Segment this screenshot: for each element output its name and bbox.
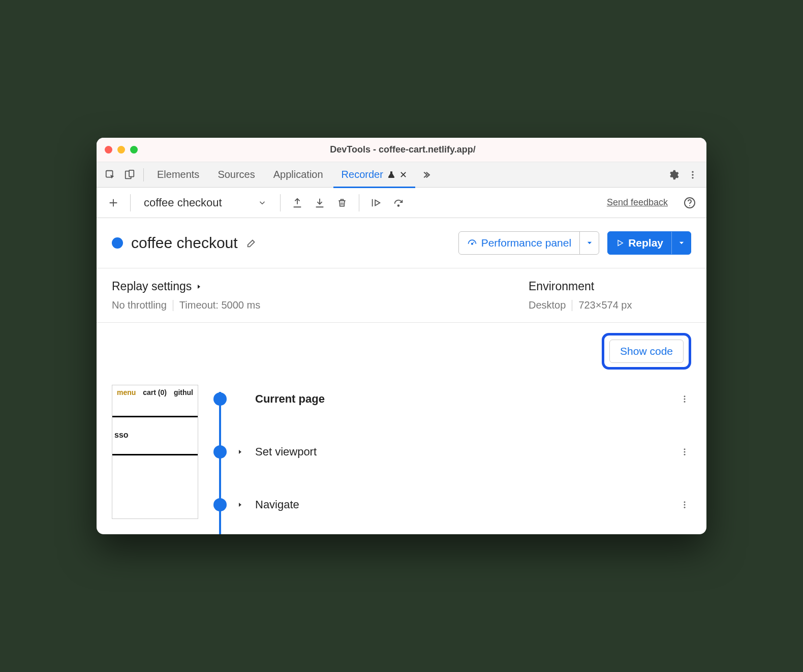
step-more-icon[interactable] xyxy=(680,499,691,510)
more-tabs-icon[interactable] xyxy=(417,166,435,184)
window-controls xyxy=(105,146,138,154)
timeline: ▶ Current page Set viewport xyxy=(213,385,691,519)
step-over-icon[interactable] xyxy=(368,195,384,210)
replay-button: Replay xyxy=(607,231,691,255)
steps-area: menu cart (0) githul sso ▶ Current page xyxy=(97,385,706,534)
svg-point-16 xyxy=(684,501,686,503)
settings-row: Replay settings No throttling Timeout: 5… xyxy=(97,268,706,323)
thumb-sso-label: sso xyxy=(112,431,198,440)
recording-title: coffee checkout xyxy=(131,234,238,252)
replay-label: Replay xyxy=(628,237,663,249)
tab-application[interactable]: Application xyxy=(265,162,331,188)
environment-values: Desktop 723×574 px xyxy=(529,299,691,311)
step-more-icon[interactable] xyxy=(680,393,691,405)
tab-recorder[interactable]: Recorder ✕ xyxy=(333,162,415,188)
svg-point-15 xyxy=(684,454,686,455)
performance-panel-button: Performance panel xyxy=(458,231,599,255)
thumb-cart-label: cart (0) xyxy=(143,388,167,396)
svg-rect-2 xyxy=(129,170,134,176)
window-title: DevTools - coffee-cart.netlify.app/ xyxy=(138,144,668,155)
svg-point-8 xyxy=(689,205,690,206)
step-dot-icon xyxy=(213,392,227,406)
recorder-toolbar: coffee checkout Send feedback xyxy=(97,188,706,218)
settings-gear-icon[interactable] xyxy=(665,166,682,184)
showcode-section: Show code xyxy=(97,323,706,385)
highlight-ring: Show code xyxy=(602,333,691,370)
caret-right-icon[interactable] xyxy=(237,502,245,508)
recording-selector[interactable]: coffee checkout xyxy=(140,194,271,211)
environment-col: Environment Desktop 723×574 px xyxy=(529,280,691,311)
devtools-window: DevTools - coffee-cart.netlify.app/ Elem… xyxy=(97,138,706,534)
import-icon[interactable] xyxy=(312,195,327,210)
flask-icon xyxy=(387,171,395,179)
close-window-icon[interactable] xyxy=(105,146,112,154)
caret-right-icon[interactable] xyxy=(237,449,245,455)
tab-sources[interactable]: Sources xyxy=(209,162,263,188)
timeout-value: Timeout: 5000 ms xyxy=(179,299,260,311)
replay-settings-col: Replay settings No throttling Timeout: 5… xyxy=(112,280,529,311)
maximize-window-icon[interactable] xyxy=(130,146,138,154)
thumb-github-label: githul xyxy=(174,388,193,396)
status-dot-icon xyxy=(112,237,123,249)
step-label: Set viewport xyxy=(255,445,317,459)
devtools-tabstrip: Elements Sources Application Recorder ✕ xyxy=(97,162,706,188)
minimize-window-icon[interactable] xyxy=(117,146,125,154)
separator xyxy=(143,168,144,181)
export-icon[interactable] xyxy=(290,195,305,210)
device-toggle-icon[interactable] xyxy=(121,166,138,184)
step-dot-icon xyxy=(213,498,227,511)
svg-point-14 xyxy=(684,451,686,453)
step-dot-icon xyxy=(213,445,227,459)
svg-point-3 xyxy=(692,171,693,172)
titlebar: DevTools - coffee-cart.netlify.app/ xyxy=(97,138,706,162)
svg-point-6 xyxy=(397,205,399,206)
performance-panel-caret[interactable] xyxy=(579,232,599,254)
kebab-menu-icon[interactable] xyxy=(684,166,701,184)
page-thumbnail: menu cart (0) githul sso xyxy=(112,385,198,519)
replay-caret[interactable] xyxy=(671,232,691,254)
edit-title-icon[interactable] xyxy=(246,237,257,249)
svg-point-11 xyxy=(684,399,686,400)
close-tab-icon[interactable]: ✕ xyxy=(399,169,407,180)
replay-settings-values: No throttling Timeout: 5000 ms xyxy=(112,299,529,311)
separator xyxy=(572,300,572,311)
svg-point-18 xyxy=(684,507,686,508)
svg-point-12 xyxy=(684,401,686,403)
help-icon[interactable] xyxy=(682,195,697,210)
performance-panel-main[interactable]: Performance panel xyxy=(459,232,579,254)
viewport-value: 723×574 px xyxy=(578,299,632,311)
step-label: Navigate xyxy=(255,498,299,511)
separator xyxy=(173,300,173,311)
separator xyxy=(280,194,281,211)
svg-point-4 xyxy=(692,174,693,175)
step-set-viewport[interactable]: Set viewport xyxy=(213,438,691,466)
tab-elements[interactable]: Elements xyxy=(149,162,207,188)
delete-icon[interactable] xyxy=(334,195,350,210)
svg-point-13 xyxy=(684,448,686,450)
environment-label: Environment xyxy=(529,280,691,293)
selected-recording-name: coffee checkout xyxy=(144,196,222,209)
caret-right-icon xyxy=(196,284,202,290)
replay-main[interactable]: Replay xyxy=(608,232,671,254)
inspect-element-icon[interactable] xyxy=(102,166,119,184)
svg-point-5 xyxy=(692,177,693,178)
add-recording-icon[interactable] xyxy=(106,195,121,210)
thumb-menu-label: menu xyxy=(117,388,136,396)
chevron-down-icon xyxy=(258,198,267,207)
separator xyxy=(130,194,131,211)
show-code-button[interactable]: Show code xyxy=(609,340,684,363)
performance-panel-label: Performance panel xyxy=(481,237,571,249)
throttling-value: No throttling xyxy=(112,299,167,311)
svg-point-10 xyxy=(684,395,686,397)
step-current-page[interactable]: ▶ Current page xyxy=(213,385,691,413)
device-value: Desktop xyxy=(529,299,566,311)
play-icon xyxy=(616,239,624,247)
svg-point-9 xyxy=(471,243,473,245)
recording-header: coffee checkout Performance panel Replay xyxy=(97,218,706,268)
step-navigate[interactable]: Navigate xyxy=(213,491,691,519)
step-icon[interactable] xyxy=(391,195,406,210)
send-feedback-link[interactable]: Send feedback xyxy=(607,197,668,208)
step-more-icon[interactable] xyxy=(680,446,691,457)
replay-settings-label[interactable]: Replay settings xyxy=(112,280,529,293)
step-label: Current page xyxy=(255,392,325,406)
